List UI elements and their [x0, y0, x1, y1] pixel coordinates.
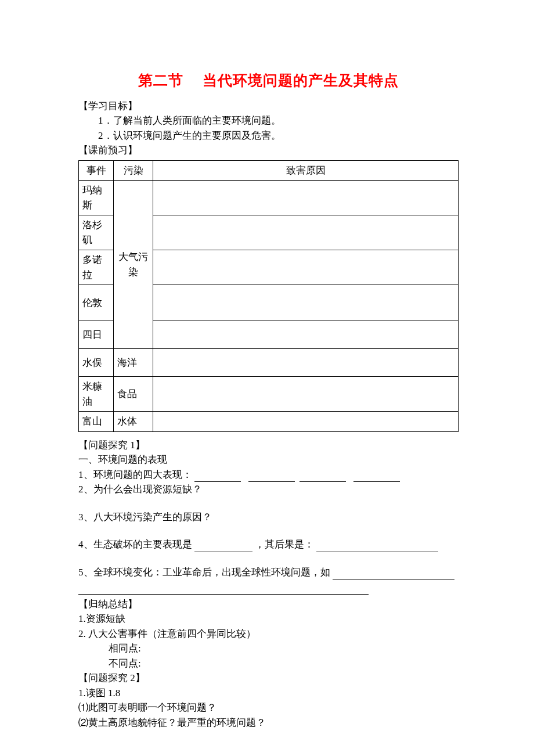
blank-fill: [353, 472, 400, 482]
cell-cause: [153, 250, 459, 285]
summary-item-2b: 不同点:: [78, 656, 459, 671]
q5-prefix: 5、全球环境变化：工业革命后，出现全球性环境问题，如: [78, 567, 330, 578]
table-row: 米糠油 食品: [79, 377, 459, 412]
blank-fill: [316, 542, 438, 552]
inquiry1-heading: 一、环境问题的表现: [78, 452, 459, 467]
cell-pollution: 食品: [114, 377, 153, 412]
table-row: 玛纳斯 大气污染: [79, 181, 459, 215]
summary-item-1: 1.资源短缺: [78, 611, 459, 627]
inquiry1-q4: 4、生态破坏的主要表现是 ，其后果是：: [78, 537, 459, 552]
blank-fill: [300, 472, 346, 482]
cell-cause: [153, 285, 459, 321]
inquiry2-label: 【问题探究 2】: [78, 671, 459, 686]
cell-cause: [153, 377, 459, 412]
cell-pollution: 海洋: [114, 349, 153, 377]
summary-item-2: 2. 八大公害事件（注意前四个异同比较）: [78, 627, 459, 642]
pollution-events-table: 事件 污染 致害原因 玛纳斯 大气污染 洛杉矶 多诺拉 伦敦 四日 水俣 海洋 …: [78, 160, 459, 432]
inquiry1-q5: 5、全球环境变化：工业革命后，出现全球性环境问题，如: [78, 565, 459, 580]
cell-event: 富山: [79, 412, 114, 432]
blank-fill: [78, 585, 369, 595]
cell-cause: [153, 181, 459, 215]
blank-fill: [248, 472, 295, 482]
header-cause: 致害原因: [153, 160, 459, 181]
summary-label: 【归纳总结】: [78, 597, 459, 612]
document-title: 第二节 当代环境问题的产生及其特点: [78, 70, 459, 92]
cell-pollution: 水体: [114, 412, 153, 432]
cell-cause: [153, 321, 459, 349]
preview-label: 【课前预习】: [78, 143, 459, 158]
cell-cause: [153, 412, 459, 432]
inquiry1-q5-cont: [78, 579, 459, 595]
inquiry1-q3: 3、八大环境污染产生的原因？: [78, 510, 459, 525]
q4-prefix: 4、生态破坏的主要表现是: [78, 539, 192, 550]
blank-fill: [194, 542, 252, 552]
cell-event: 四日: [79, 321, 114, 349]
cell-event: 多诺拉: [79, 250, 114, 285]
header-pollution: 污染: [114, 160, 153, 181]
inquiry1-label: 【问题探究 1】: [78, 438, 459, 453]
blank-fill: [333, 570, 454, 579]
table-row: 富山 水体: [79, 412, 459, 432]
q4-mid: ，其后果是：: [255, 539, 314, 550]
blank-fill: [194, 472, 241, 482]
goal-item-1: 1．了解当前人类所面临的主要环境问题。: [78, 113, 459, 128]
cell-event: 水俣: [79, 349, 114, 377]
cell-pollution-merged: 大气污染: [114, 181, 153, 349]
cell-cause: [153, 349, 459, 377]
inquiry1-q1: 1、环境问题的四大表现：: [78, 467, 459, 483]
inquiry2-q1b: ⑵黄土高原地貌特征？最严重的环境问题？: [78, 715, 459, 730]
inquiry1-q2: 2、为什么会出现资源短缺？: [78, 482, 459, 497]
table-header-row: 事件 污染 致害原因: [79, 160, 459, 181]
header-event: 事件: [79, 160, 114, 181]
cell-cause: [153, 215, 459, 250]
inquiry2-q1: 1.读图 1.8: [78, 686, 459, 701]
goal-item-2: 2．认识环境问题产生的主要原因及危害。: [78, 128, 459, 143]
summary-item-2a: 相同点:: [78, 641, 459, 656]
q1-prefix: 1、环境问题的四大表现：: [78, 469, 192, 480]
table-row: 水俣 海洋: [79, 349, 459, 377]
cell-event: 米糠油: [79, 377, 114, 412]
cell-event: 玛纳斯: [79, 181, 114, 215]
cell-event: 洛杉矶: [79, 215, 114, 250]
cell-event: 伦敦: [79, 285, 114, 321]
learning-goal-label: 【学习目标】: [78, 99, 459, 114]
inquiry2-q1a: ⑴此图可表明哪一个环境问题？: [78, 700, 459, 715]
